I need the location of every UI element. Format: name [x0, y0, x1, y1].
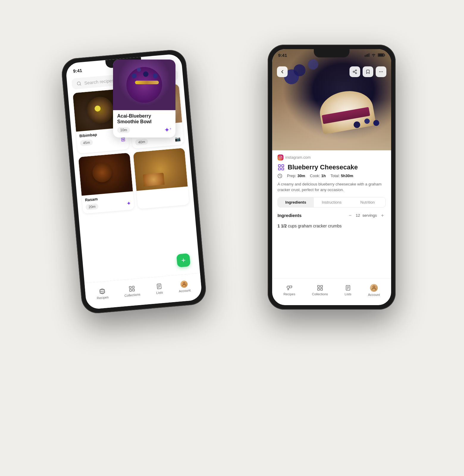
- servings-count: 12: [356, 213, 360, 218]
- increase-servings-button[interactable]: +: [379, 212, 386, 219]
- nav-account[interactable]: Account: [178, 280, 191, 293]
- recipe-description: A creamy and delicious blueberry cheesec…: [278, 181, 386, 193]
- svg-rect-13: [132, 289, 134, 291]
- svg-line-29: [354, 72, 356, 73]
- source-line: instagram.com: [278, 154, 386, 160]
- ingredient-name: graham cracker crumbs: [298, 224, 342, 228]
- rasam-card[interactable]: Rasam 20m ✦: [78, 152, 134, 213]
- nav-lists[interactable]: Lists: [155, 283, 163, 294]
- total-label: Total:: [330, 174, 340, 178]
- p2-nav-account-label: Account: [368, 293, 380, 296]
- wifi-icon-2: [371, 53, 376, 57]
- cook-value: 1h: [321, 174, 326, 178]
- rasam-image: [78, 152, 133, 196]
- svg-rect-45: [321, 288, 322, 290]
- nav-recipes-label: Recipes: [97, 295, 109, 299]
- recipe-detail-content: instagram.com Blueberry Cheesecake Prep:…: [272, 150, 391, 234]
- instagram-icon: [278, 154, 283, 160]
- collections-icon: [128, 285, 135, 292]
- add-recipe-button[interactable]: +: [176, 253, 191, 267]
- svg-rect-20: [366, 54, 367, 57]
- rasam-time: 20m: [85, 203, 99, 210]
- svg-rect-19: [365, 55, 366, 57]
- phone-2-screen: 9:41: [272, 49, 391, 305]
- servings-label: servings: [363, 213, 377, 218]
- prep-label: Prep:: [287, 174, 296, 178]
- pie-card[interactable]: [133, 148, 189, 209]
- tab-instructions[interactable]: Instructions: [314, 197, 350, 207]
- phone-2-notch: [314, 49, 349, 57]
- bookmark-icon: [366, 69, 370, 74]
- clock-icon: [278, 174, 282, 178]
- account-avatar-icon: [181, 281, 187, 287]
- svg-rect-37: [278, 165, 280, 167]
- ingredient-unit: cups: [288, 224, 297, 228]
- cheesecake-hero-image: 9:41: [272, 49, 391, 150]
- cookie-time: 40m: [135, 138, 148, 146]
- p2-nav-collections[interactable]: Collections: [312, 285, 328, 296]
- p2-collections-icon: [317, 285, 323, 291]
- p2-nav-recipes[interactable]: Recipes: [283, 285, 295, 296]
- phone-1-time: 9:41: [73, 68, 82, 74]
- svg-point-36: [281, 156, 281, 157]
- cook-time: Cook: 1h: [310, 174, 326, 178]
- nav-account-label: Account: [179, 288, 191, 293]
- svg-rect-21: [367, 54, 368, 57]
- prep-value: 30m: [297, 174, 305, 178]
- ingredient-item-1: 1 1/2 cups graham cracker crumbs: [278, 222, 386, 230]
- p2-nav-lists[interactable]: Lists: [345, 285, 352, 296]
- action-buttons: [349, 66, 386, 77]
- prep-time: Prep: 30m: [287, 174, 305, 178]
- cook-label: Cook:: [310, 174, 320, 178]
- pie-title: [139, 189, 185, 198]
- svg-rect-34: [279, 156, 282, 159]
- nav-recipes[interactable]: Recipes: [96, 287, 109, 299]
- svg-rect-11: [132, 286, 134, 288]
- decrease-servings-button[interactable]: −: [347, 212, 353, 219]
- p2-lists-icon: [345, 285, 351, 291]
- battery-icon-2: [378, 53, 385, 57]
- svg-rect-38: [282, 165, 284, 167]
- svg-point-50: [373, 286, 375, 288]
- recipe-tabs: Ingredients Instructions Nutrition: [278, 197, 386, 207]
- source-url: instagram.com: [285, 155, 311, 160]
- svg-line-8: [80, 84, 81, 85]
- svg-rect-22: [369, 53, 370, 57]
- total-value: 5h30m: [341, 174, 353, 178]
- pie-image: [133, 148, 188, 191]
- svg-rect-42: [317, 285, 319, 287]
- back-button[interactable]: [277, 66, 288, 77]
- phone-2-time: 9:41: [278, 53, 287, 58]
- svg-rect-43: [321, 285, 322, 287]
- tab-nutrition[interactable]: Nutrition: [349, 197, 385, 207]
- acai-card[interactable]: Acai-Blueberry Smoothie Bowl 10m ✦+: [113, 60, 175, 138]
- recipe-title-row: Blueberry Cheesecake: [278, 163, 386, 171]
- acai-title: Acai-Blueberry Smoothie Bowl: [117, 113, 171, 124]
- share-button[interactable]: [349, 66, 360, 77]
- rasam-sparkle-icon: ✦: [126, 200, 131, 207]
- lists-icon: [156, 283, 163, 290]
- time-row: Prep: 30m Cook: 1h Total: 5h30m: [278, 174, 386, 178]
- phone-1-bottom-nav: Recipes Collections Lists Account: [84, 273, 202, 310]
- svg-rect-39: [278, 168, 280, 170]
- svg-point-33: [382, 71, 383, 72]
- p2-nav-account[interactable]: Account: [368, 284, 380, 296]
- tab-ingredients[interactable]: Ingredients: [278, 197, 314, 207]
- acai-time: 10m: [117, 127, 130, 133]
- more-button[interactable]: [376, 66, 386, 77]
- nav-collections-label: Collections: [124, 292, 141, 297]
- bibimbap-time: 45m: [80, 139, 93, 146]
- bookmark-button[interactable]: [363, 66, 373, 77]
- total-time: Total: 5h30m: [330, 174, 353, 178]
- ingredients-header: Ingredients − 12 servings +: [278, 212, 386, 219]
- back-arrow-icon: [280, 69, 285, 74]
- acai-card-info: Acai-Blueberry Smoothie Bowl 10m ✦+: [113, 110, 175, 138]
- p2-nav-recipes-label: Recipes: [283, 292, 295, 296]
- recipes-icon: [98, 288, 106, 295]
- svg-point-18: [183, 282, 185, 284]
- acai-sparkle-icon: ✦+: [164, 126, 171, 134]
- nav-collections[interactable]: Collections: [123, 285, 140, 297]
- p2-recipes-icon: [286, 285, 293, 291]
- p2-nav-collections-label: Collections: [312, 292, 328, 296]
- nav-lists-label: Lists: [156, 290, 163, 294]
